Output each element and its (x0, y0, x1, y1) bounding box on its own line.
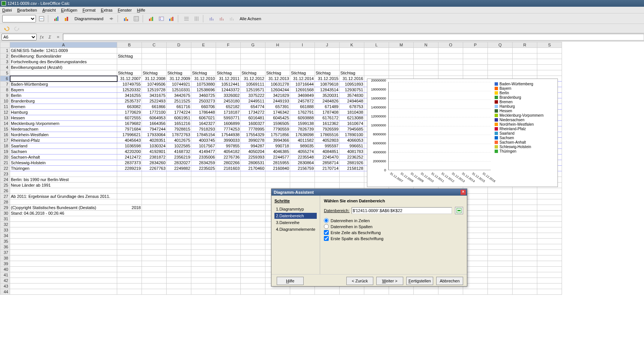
cell[interactable]: 6045425 (265, 115, 290, 121)
row-header-1[interactable]: 1 (0, 48, 10, 53)
cell[interactable]: 2449511 (241, 98, 265, 104)
row-header-35[interactable]: 35 (0, 239, 10, 244)
cell[interactable]: 2018 (117, 205, 142, 211)
cell[interactable] (513, 289, 537, 295)
cell[interactable] (513, 70, 537, 76)
menu-format[interactable]: Format (82, 8, 95, 12)
cell[interactable] (488, 244, 513, 250)
column-header-D[interactable]: D (167, 42, 191, 48)
cell[interactable] (142, 53, 167, 59)
cell[interactable]: 3442675 (167, 93, 191, 98)
cell[interactable] (142, 284, 167, 289)
row-header-28[interactable]: 28 (0, 199, 10, 205)
cell[interactable] (241, 278, 265, 284)
cell[interactable]: 10631278 (265, 82, 290, 87)
axis-z-icon[interactable] (227, 14, 236, 23)
cell[interactable]: Brandenburg (10, 98, 117, 104)
column-header-C[interactable]: C (142, 42, 167, 48)
grid-h-icon[interactable] (182, 14, 191, 23)
cell[interactable] (216, 227, 241, 233)
cell[interactable] (537, 255, 562, 261)
cell[interactable] (191, 211, 216, 216)
cell[interactable] (241, 239, 265, 244)
cell[interactable]: 12538696 (191, 87, 216, 93)
column-header-P[interactable]: P (463, 42, 488, 48)
cell[interactable]: 671489 (315, 104, 340, 110)
cell[interactable] (463, 53, 488, 59)
cell[interactable] (241, 227, 265, 233)
cell[interactable]: 10744921 (167, 82, 191, 87)
cell[interactable] (537, 278, 562, 284)
menu-ansicht[interactable]: Ansicht (42, 8, 56, 12)
cell[interactable]: 1022585 (167, 143, 191, 149)
cell[interactable]: 17872763 (167, 132, 191, 138)
cell[interactable] (142, 267, 167, 272)
column-header-Q[interactable]: Q (488, 42, 513, 48)
cell[interactable] (142, 261, 167, 267)
cell[interactable]: 996651 (340, 143, 364, 149)
cell[interactable] (142, 250, 167, 255)
cell[interactable]: 4028351 (142, 138, 167, 143)
cell[interactable] (10, 272, 117, 278)
cell[interactable] (216, 194, 241, 199)
cell[interactable]: 661716 (167, 104, 191, 110)
column-header-B[interactable]: B (117, 42, 142, 48)
cell[interactable] (488, 65, 513, 70)
first-col-label-checkbox[interactable] (324, 236, 329, 241)
cell[interactable]: 7947244 (142, 126, 167, 132)
cell[interactable] (241, 205, 265, 211)
cell[interactable] (241, 188, 265, 194)
grid-v-icon[interactable] (192, 14, 201, 23)
cell[interactable] (167, 227, 191, 233)
row-header-36[interactable]: 36 (0, 244, 10, 250)
cell[interactable]: 6061951 (167, 115, 191, 121)
cell[interactable] (513, 59, 537, 65)
cell[interactable]: 1762791 (290, 110, 315, 115)
cell[interactable]: 7928815 (167, 126, 191, 132)
cell[interactable] (513, 205, 537, 211)
cell[interactable]: 2259393 (241, 154, 265, 160)
cell[interactable] (513, 239, 537, 244)
cell[interactable]: 3421829 (265, 93, 290, 98)
cell[interactable] (117, 183, 142, 188)
cell[interactable]: 2276736 (216, 154, 241, 160)
cell[interactable] (315, 289, 340, 295)
cell[interactable]: 1734272 (241, 110, 265, 115)
cell[interactable]: 2881926 (340, 160, 364, 166)
cell[interactable]: 17638098 (290, 132, 315, 138)
chart-icon-red[interactable] (147, 14, 156, 23)
cell[interactable]: Saarland (10, 143, 117, 149)
column-header-F[interactable]: F (216, 42, 241, 48)
cell[interactable] (191, 250, 216, 255)
chart-icon-blue[interactable] (167, 14, 176, 23)
cell[interactable]: 7926599 (315, 126, 340, 132)
cell[interactable] (167, 65, 191, 70)
cell[interactable] (191, 278, 216, 284)
cell[interactable]: 12519571 (241, 87, 265, 93)
cell[interactable] (216, 272, 241, 278)
cell[interactable]: 997855 (216, 143, 241, 149)
cell[interactable] (117, 199, 142, 205)
chart-type-icon[interactable] (52, 14, 61, 23)
cell[interactable]: 2453180 (216, 98, 241, 104)
cell[interactable] (142, 194, 167, 199)
cell[interactable] (241, 199, 265, 205)
alle-achsen-label[interactable]: Alle Achsen (237, 16, 263, 21)
cell[interactable]: 17996621 (117, 132, 142, 138)
cell[interactable]: 7918293 (191, 126, 216, 132)
cell[interactable] (167, 48, 191, 53)
cell[interactable]: 17845154 (191, 132, 216, 138)
row-header-31[interactable]: 31 (0, 216, 10, 222)
cell[interactable] (537, 284, 562, 289)
cell[interactable] (241, 244, 265, 250)
cell[interactable] (216, 53, 241, 59)
row-header-43[interactable]: 43 (0, 284, 10, 289)
cell[interactable] (241, 48, 265, 53)
cell[interactable] (167, 278, 191, 284)
cell[interactable] (142, 171, 167, 177)
cell[interactable] (364, 59, 389, 65)
cell[interactable]: Stichtag (117, 70, 142, 76)
cell[interactable] (167, 216, 191, 222)
cell[interactable] (513, 216, 537, 222)
cell[interactable] (241, 171, 265, 177)
